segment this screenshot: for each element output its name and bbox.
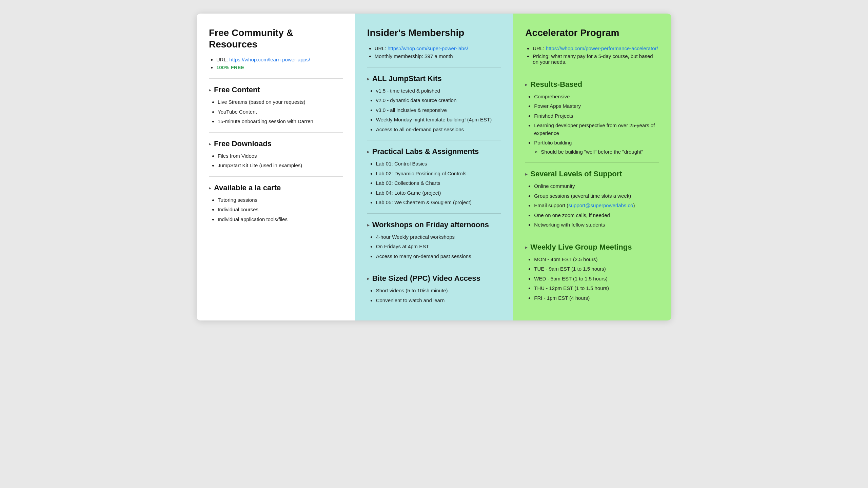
accelerator-meta-list: URL: https://whop.com/power-performance-… (525, 45, 659, 65)
free-downloads-toggle[interactable]: ▸ (209, 141, 211, 147)
list-item: Tutoring sessions (218, 196, 343, 204)
list-item: Finished Projects (534, 112, 659, 120)
free-content-list: Live Streams (based on your requests) Yo… (209, 98, 343, 125)
jumpstart-title: ALL JumpStart Kits (372, 74, 442, 83)
divider-4 (367, 67, 501, 67)
sub-list-item: Should be building "well" before the "dr… (541, 148, 659, 156)
workshops-header: ▸ Workshops on Friday afternoons (367, 220, 501, 229)
weekly-meetings-toggle[interactable]: ▸ (525, 245, 528, 250)
free-content-toggle[interactable]: ▸ (209, 87, 211, 93)
available-carte-header: ▸ Available a la carte (209, 183, 343, 192)
list-item: Short videos (5 to 10ish minute) (376, 287, 501, 295)
divider-2 (209, 132, 343, 133)
free-title: Free Community & Resources (209, 27, 343, 50)
list-item: Networking with fellow students (534, 221, 659, 229)
insider-url-link[interactable]: https://whop.com/super-power-labs/ (388, 45, 468, 51)
bite-sized-header: ▸ Bite Sized (PPC) Video Access (367, 274, 501, 283)
list-item: TUE - 9am EST (1 to 1.5 hours) (534, 265, 659, 273)
divider-6 (367, 213, 501, 214)
divider-8 (525, 73, 659, 73)
accelerator-url-link[interactable]: https://whop.com/power-performance-accel… (546, 45, 658, 51)
accelerator-column: Accelerator Program URL: https://whop.co… (513, 14, 671, 320)
weekly-meetings-title: Weekly Live Group Meetings (530, 243, 632, 252)
free-price-item: 100% FREE (216, 64, 343, 70)
main-container: Free Community & Resources URL: https://… (197, 14, 671, 320)
list-item: Group sessions (several time slots a wee… (534, 192, 659, 200)
jumpstart-toggle[interactable]: ▸ (367, 76, 370, 81)
list-item: Lab 01: Control Basics (376, 160, 501, 168)
accelerator-price-item: Pricing: what many pay for a 5-day cours… (533, 53, 659, 65)
practical-labs-list: Lab 01: Control Basics Lab 02: Dynamic P… (367, 160, 501, 207)
bite-sized-list: Short videos (5 to 10ish minute) Conveni… (367, 287, 501, 304)
list-item: FRI - 1pm EST (4 hours) (534, 294, 659, 302)
list-item: Convenient to watch and learn (376, 297, 501, 305)
free-content-title: Free Content (214, 85, 260, 94)
list-item: 4-hour Weekly practical workshops (376, 233, 501, 241)
workshops-list: 4-hour Weekly practical workshops On Fri… (367, 233, 501, 260)
list-item: v3.0 - all inclusive & responsive (376, 106, 501, 114)
list-item: WED - 5pm EST (1 to 1.5 hours) (534, 275, 659, 283)
list-item: Access to many on-demand past sessions (376, 253, 501, 260)
divider-3 (209, 176, 343, 177)
free-badge: 100% FREE (216, 64, 244, 70)
support-levels-section: ▸ Several Levels of Support Online commu… (525, 170, 659, 229)
weekly-meetings-section: ▸ Weekly Live Group Meetings MON - 4pm E… (525, 243, 659, 302)
workshops-section: ▸ Workshops on Friday afternoons 4-hour … (367, 220, 501, 260)
list-item: v1.5 - time tested & polished (376, 87, 501, 95)
accelerator-url-item: URL: https://whop.com/power-performance-… (533, 45, 659, 51)
practical-labs-header: ▸ Practical Labs & Assignments (367, 147, 501, 156)
free-column: Free Community & Resources URL: https://… (197, 14, 355, 320)
divider-9 (525, 162, 659, 163)
list-item: Learning developer perspective from over… (534, 122, 659, 137)
list-item: Lab 03: Collections & Charts (376, 179, 501, 187)
divider-5 (367, 140, 501, 140)
workshops-title: Workshops on Friday afternoons (372, 220, 489, 229)
free-downloads-section: ▸ Free Downloads Files from Videos JumpS… (209, 139, 343, 170)
accelerator-title: Accelerator Program (525, 27, 659, 39)
insider-url-item: URL: https://whop.com/super-power-labs/ (375, 45, 501, 51)
list-item: v2.0 - dynamic data source creation (376, 97, 501, 104)
jumpstart-header: ▸ ALL JumpStart Kits (367, 74, 501, 83)
divider-10 (525, 236, 659, 236)
bite-sized-section: ▸ Bite Sized (PPC) Video Access Short vi… (367, 274, 501, 304)
free-content-section: ▸ Free Content Live Streams (based on yo… (209, 85, 343, 125)
support-levels-toggle[interactable]: ▸ (525, 171, 528, 177)
list-item: THU - 12pm EST (1 to 1.5 hours) (534, 285, 659, 292)
list-item: Email support (support@superpowerlabs.co… (534, 202, 659, 210)
list-item: Weekly Monday night template building! (… (376, 116, 501, 124)
list-item: Portfolio building Should be building "w… (534, 139, 659, 156)
list-item: Files from Videos (218, 152, 343, 160)
insider-meta-list: URL: https://whop.com/super-power-labs/ … (367, 45, 501, 59)
free-downloads-title: Free Downloads (214, 139, 272, 148)
available-carte-title: Available a la carte (214, 183, 281, 192)
bite-sized-title: Bite Sized (PPC) Video Access (372, 274, 480, 283)
list-item: MON - 4pm EST (2.5 hours) (534, 256, 659, 263)
free-downloads-header: ▸ Free Downloads (209, 139, 343, 148)
list-item: 15-minute onboarding session with Darren (218, 118, 343, 125)
results-based-title: Results-Based (530, 80, 582, 89)
list-item: Live Streams (based on your requests) (218, 98, 343, 106)
results-based-toggle[interactable]: ▸ (525, 82, 528, 87)
insider-price-item: Monthly membership: $97 a month (375, 53, 501, 59)
divider-7 (367, 267, 501, 267)
free-meta-list: URL: https://whop.com/learn-power-apps/ … (209, 57, 343, 70)
weekly-meetings-list: MON - 4pm EST (2.5 hours) TUE - 9am EST … (525, 256, 659, 302)
list-item: On Fridays at 4pm EST (376, 243, 501, 251)
practical-labs-toggle[interactable]: ▸ (367, 149, 370, 154)
list-item: Power Apps Mastery (534, 102, 659, 110)
jumpstart-list: v1.5 - time tested & polished v2.0 - dyn… (367, 87, 501, 134)
results-based-list: Comprehensive Power Apps Mastery Finishe… (525, 93, 659, 156)
bite-sized-toggle[interactable]: ▸ (367, 276, 370, 281)
support-levels-header: ▸ Several Levels of Support (525, 170, 659, 178)
list-item: Lab 05: We Cheat'em & Goug'em (project) (376, 199, 501, 207)
email-link[interactable]: support@superpowerlabs.co (568, 202, 633, 208)
workshops-toggle[interactable]: ▸ (367, 222, 370, 228)
weekly-meetings-header: ▸ Weekly Live Group Meetings (525, 243, 659, 252)
free-url-link[interactable]: https://whop.com/learn-power-apps/ (229, 57, 310, 62)
jumpstart-section: ▸ ALL JumpStart Kits v1.5 - time tested … (367, 74, 501, 134)
available-carte-toggle[interactable]: ▸ (209, 185, 211, 191)
list-item: Lab 02: Dynamic Positioning of Controls (376, 170, 501, 178)
free-downloads-list: Files from Videos JumpStart Kit Lite (us… (209, 152, 343, 170)
list-item: Access to all on-demand past sessions (376, 126, 501, 134)
results-based-header: ▸ Results-Based (525, 80, 659, 89)
